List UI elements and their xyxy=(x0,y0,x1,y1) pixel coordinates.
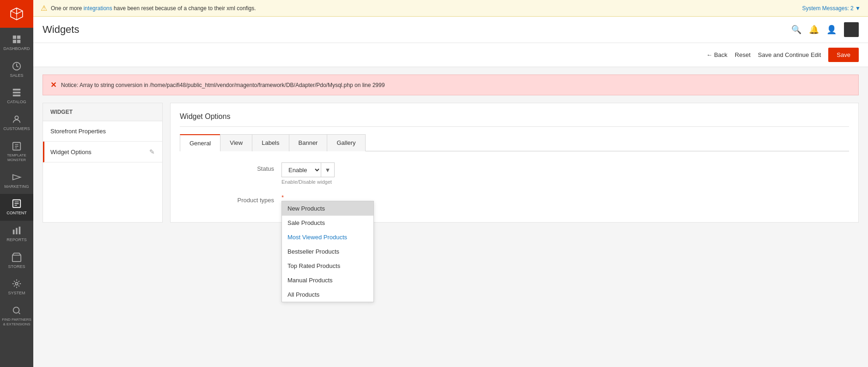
dropdown-item-manual[interactable]: Manual Products xyxy=(282,273,373,287)
sidebar: DASHBOARD SALES CATALOG CUSTOMERS TEMPLA… xyxy=(0,0,33,367)
widget-options-title: Widget Options xyxy=(180,112,849,127)
edit-icon: ✎ xyxy=(149,148,155,156)
page-header: Widgets 🔍 🔔 👤 xyxy=(33,17,868,43)
svg-point-8 xyxy=(15,116,18,119)
save-continue-button[interactable]: Save and Continue Edit xyxy=(758,51,821,58)
action-bar: ← Back Reset Save and Continue Edit Save xyxy=(33,43,868,67)
tab-banner[interactable]: Banner xyxy=(289,134,327,151)
svg-point-16 xyxy=(13,307,19,313)
dropdown-item-bestseller[interactable]: Bestseller Products xyxy=(282,244,373,259)
status-label: Status xyxy=(198,162,281,172)
back-button[interactable]: ← Back xyxy=(706,51,727,58)
svg-rect-14 xyxy=(12,255,21,261)
status-select-wrapper: Enable Disable ▼ xyxy=(281,162,831,177)
sidebar-item-reports[interactable]: REPORTS xyxy=(0,221,33,248)
sidebar-item-stores[interactable]: STORES xyxy=(0,248,33,274)
sidebar-logo[interactable] xyxy=(0,0,33,28)
system-message-left: ⚠ One or more integrations have been res… xyxy=(41,4,256,12)
content-area: ✕ Notice: Array to string conversion in … xyxy=(33,67,868,367)
bell-icon[interactable]: 🔔 xyxy=(809,25,819,35)
sidebar-item-content[interactable]: CONTENT xyxy=(0,194,33,221)
svg-rect-0 xyxy=(13,36,16,39)
product-types-label: Product types xyxy=(198,194,281,204)
sidebar-item-find-partners[interactable]: FIND PARTNERS & EXTENSIONS xyxy=(0,301,33,332)
error-message: Notice: Array to string conversion in /h… xyxy=(61,82,385,88)
sidebar-item-customers[interactable]: CUSTOMERS xyxy=(0,110,33,137)
tab-view[interactable]: View xyxy=(220,134,252,151)
product-types-field: * New Products Sale Products Most Viewed… xyxy=(281,194,831,201)
product-dropdown: New Products Sale Products Most Viewed P… xyxy=(281,201,374,302)
svg-point-15 xyxy=(15,283,18,286)
tab-gallery[interactable]: Gallery xyxy=(327,134,365,151)
svg-rect-11 xyxy=(13,230,15,234)
svg-rect-7 xyxy=(13,95,21,97)
left-panel-item-widget-options[interactable]: Widget Options ✎ xyxy=(43,142,162,162)
product-types-form-row: Product types * New Products Sale Produc… xyxy=(180,194,849,204)
dropdown-item-new-products[interactable]: New Products xyxy=(282,201,373,216)
status-field: Enable Disable ▼ Enable/Disable widget xyxy=(281,162,831,185)
tabs: General View Labels Banner Gallery xyxy=(180,134,849,151)
status-hint: Enable/Disable widget xyxy=(281,179,831,185)
integrations-link[interactable]: integrations xyxy=(84,5,112,12)
dropdown-item-all-products[interactable]: All Products xyxy=(282,287,373,302)
sidebar-item-sales[interactable]: SALES xyxy=(0,56,33,83)
svg-rect-12 xyxy=(16,228,18,234)
dropdown-item-most-viewed[interactable]: Most Viewed Products xyxy=(282,230,373,244)
sidebar-item-marketing[interactable]: MARKETING xyxy=(0,168,33,194)
svg-rect-3 xyxy=(17,40,20,43)
svg-rect-2 xyxy=(13,40,16,43)
sidebar-item-catalog[interactable]: CATALOG xyxy=(0,83,33,110)
main-content: ⚠ One or more integrations have been res… xyxy=(33,0,868,367)
system-messages-count[interactable]: System Messages: 2 ▼ xyxy=(802,5,861,12)
right-panel: Widget Options General View Labels Banne… xyxy=(170,103,859,223)
dropdown-item-sale-products[interactable]: Sale Products xyxy=(282,216,373,230)
status-dropdown-button[interactable]: ▼ xyxy=(321,162,335,177)
left-panel: WIDGET Storefront Properties Widget Opti… xyxy=(43,103,163,223)
svg-rect-13 xyxy=(19,227,21,235)
search-icon[interactable]: 🔍 xyxy=(791,25,801,35)
system-message-bar: ⚠ One or more integrations have been res… xyxy=(33,0,868,17)
widget-layout: WIDGET Storefront Properties Widget Opti… xyxy=(43,103,859,223)
required-star: * xyxy=(281,194,284,201)
warning-icon: ⚠ xyxy=(41,4,47,12)
user-avatar[interactable] xyxy=(844,22,859,37)
dropdown-item-top-rated[interactable]: Top Rated Products xyxy=(282,259,373,273)
system-message-text: One or more integrations have been reset… xyxy=(51,5,256,12)
save-button[interactable]: Save xyxy=(828,48,859,62)
page-title: Widgets xyxy=(43,24,79,36)
sidebar-item-system[interactable]: SYSTEM xyxy=(0,274,33,301)
sidebar-item-template-monster[interactable]: TEMPLATE MONSTER xyxy=(0,137,33,168)
user-icon[interactable]: 👤 xyxy=(826,25,837,35)
error-icon: ✕ xyxy=(50,81,56,89)
header-actions: 🔍 🔔 👤 xyxy=(791,22,859,37)
svg-rect-5 xyxy=(13,89,21,91)
reset-button[interactable]: Reset xyxy=(735,51,751,58)
left-panel-item-storefront[interactable]: Storefront Properties xyxy=(43,121,162,142)
status-select[interactable]: Enable Disable xyxy=(281,162,321,177)
tab-labels[interactable]: Labels xyxy=(252,134,288,151)
sidebar-item-dashboard[interactable]: DASHBOARD xyxy=(0,30,33,56)
status-form-row: Status Enable Disable ▼ Enable/Disable w… xyxy=(180,162,849,185)
svg-rect-6 xyxy=(13,92,21,94)
error-notice: ✕ Notice: Array to string conversion in … xyxy=(43,75,859,95)
tab-general[interactable]: General xyxy=(180,134,220,151)
svg-rect-1 xyxy=(17,36,20,39)
left-panel-header: WIDGET xyxy=(43,103,162,121)
